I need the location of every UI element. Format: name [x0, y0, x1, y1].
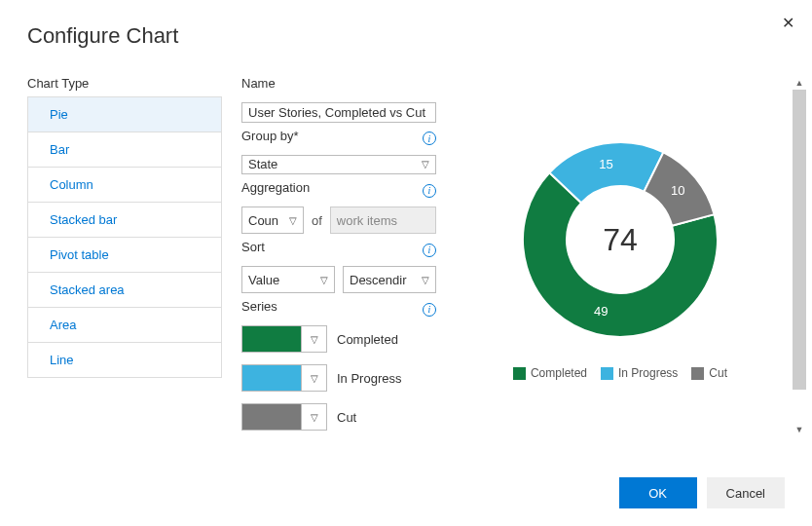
scroll-down-icon[interactable]: ▼ [793, 423, 806, 436]
chevron-down-icon: ▽ [301, 365, 326, 391]
chart-type-area[interactable]: Area [28, 307, 221, 342]
chart-type-pie[interactable]: Pie [28, 96, 221, 132]
legend-item: In Progress [601, 366, 678, 380]
legend-swatch [601, 367, 613, 380]
ok-button[interactable]: OK [619, 477, 697, 508]
chevron-down-icon: ▽ [289, 215, 297, 226]
series-color-picker[interactable]: ▽ [241, 325, 327, 353]
legend-swatch [691, 367, 704, 380]
legend-label: Cut [709, 366, 727, 380]
aggregation-select[interactable]: Coun ▽ [241, 207, 304, 234]
chart-slice-value: 15 [599, 157, 612, 171]
chart-legend: Completed In Progress Cut [513, 366, 727, 380]
series-row-completed: ▽ Completed [241, 325, 436, 353]
info-icon[interactable]: i [423, 184, 436, 198]
info-icon[interactable]: i [423, 132, 436, 145]
color-swatch [242, 404, 301, 430]
sort-dir-value: Descendir [350, 273, 407, 287]
group-by-label: Group by* [241, 129, 299, 143]
series-item-label: In Progress [337, 371, 401, 386]
chart-type-column[interactable]: Column [28, 167, 221, 202]
scrollbar-track[interactable] [793, 90, 806, 423]
legend-label: Completed [531, 366, 587, 380]
chart-type-bar[interactable]: Bar [28, 132, 221, 167]
sort-label: Sort [241, 240, 265, 254]
chevron-down-icon: ▽ [301, 326, 326, 352]
color-swatch [242, 326, 301, 352]
group-by-select[interactable]: State ▽ [241, 155, 436, 175]
scrollbar-thumb[interactable] [793, 90, 806, 390]
sort-dir-select[interactable]: Descendir ▽ [343, 266, 436, 293]
series-label: Series [241, 299, 277, 314]
work-items-field: work items [330, 207, 436, 234]
chart-type-stacked-bar[interactable]: Stacked bar [28, 202, 221, 237]
legend-swatch [513, 367, 526, 380]
chevron-down-icon: ▽ [422, 275, 429, 285]
series-item-label: Cut [337, 410, 356, 425]
legend-item: Completed [513, 366, 587, 380]
group-by-value: State [248, 157, 277, 171]
series-row-in-progress: ▽ In Progress [241, 364, 436, 392]
chart-type-list: Pie Bar Column Stacked bar Pivot table S… [27, 96, 222, 378]
aggregation-label: Aggregation [241, 180, 310, 195]
chevron-down-icon: ▽ [320, 275, 328, 285]
of-label: of [312, 213, 322, 228]
legend-item: Cut [691, 366, 727, 380]
chart-center-total: 74 [603, 222, 638, 258]
series-color-picker[interactable]: ▽ [241, 364, 327, 392]
chevron-down-icon: ▽ [422, 159, 429, 169]
chart-preview: 74 491510 [513, 132, 727, 347]
series-row-cut: ▽ Cut [241, 403, 436, 431]
name-input[interactable] [241, 102, 436, 123]
chart-slice-value: 10 [671, 183, 684, 198]
info-icon[interactable]: i [423, 303, 436, 317]
chart-type-label: Chart Type [27, 76, 222, 91]
color-swatch [242, 365, 301, 391]
chart-slice-value: 49 [594, 304, 608, 319]
aggregation-value: Coun [248, 213, 278, 228]
chevron-down-icon: ▽ [301, 404, 326, 430]
series-item-label: Completed [337, 332, 398, 347]
info-icon[interactable]: i [423, 244, 436, 257]
legend-label: In Progress [618, 366, 678, 380]
sort-by-value: Value [248, 273, 279, 287]
chart-type-line[interactable]: Line [28, 342, 221, 377]
scroll-up-icon[interactable]: ▲ [793, 76, 806, 90]
name-label: Name [241, 76, 436, 91]
chart-type-stacked-area[interactable]: Stacked area [28, 272, 221, 307]
chart-type-pivot-table[interactable]: Pivot table [28, 237, 221, 272]
cancel-button[interactable]: Cancel [707, 477, 785, 508]
close-icon[interactable]: ✕ [782, 14, 794, 32]
sort-by-select[interactable]: Value ▽ [241, 266, 335, 293]
series-color-picker[interactable]: ▽ [241, 403, 327, 431]
scrollbar[interactable]: ▲ ▼ [793, 76, 806, 436]
dialog-title: Configure Chart [27, 23, 785, 49]
